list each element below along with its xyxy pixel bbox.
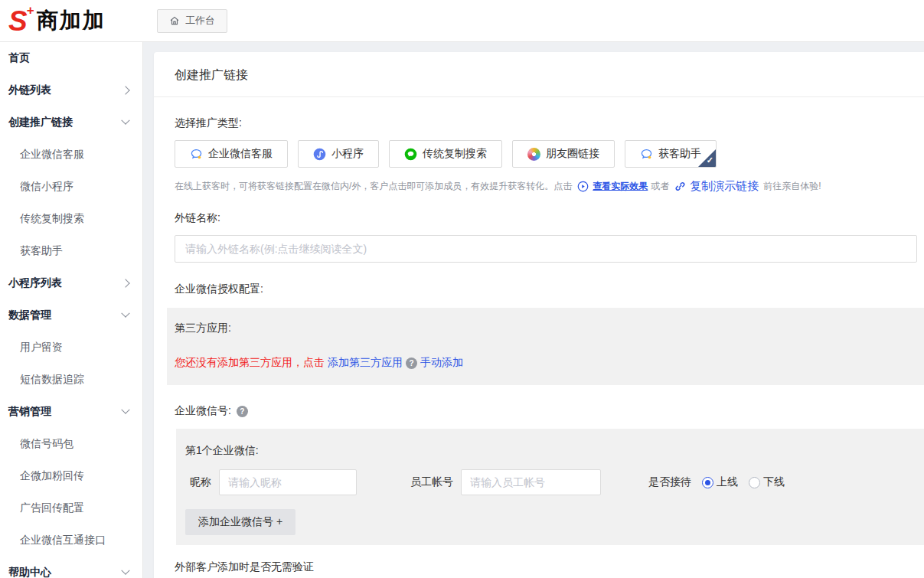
sidebar-item-marketing-management[interactable]: 营销管理	[0, 396, 142, 428]
miniprogram-icon	[313, 148, 326, 161]
chevron-right-icon	[121, 279, 129, 287]
home-icon	[169, 15, 180, 26]
radio-offline[interactable]	[749, 477, 760, 488]
nickname-label: 昵称	[190, 475, 211, 489]
radio-offline-label[interactable]: 下线	[763, 475, 785, 489]
sidebar-item-wechat-miniprogram[interactable]: 微信小程序	[0, 171, 142, 203]
create-promo-link-card: 创建推广链接 选择推广类型: 企业微信客服 小程序	[154, 52, 924, 578]
wecom-group-title: 第1个企业微信:	[185, 444, 924, 458]
third-party-app-section: 第三方应用: 您还没有添加第三方应用，点击 添加第三方应用 ? 手动添加	[167, 308, 924, 385]
promo-type-customer-assistant-button[interactable]: 获客助手 ✓	[625, 140, 717, 168]
sidebar-item-link-list[interactable]: 外链列表	[0, 74, 142, 106]
promo-type-label: 选择推广类型:	[175, 116, 924, 130]
reception-label: 是否接待	[648, 475, 691, 489]
wecom-auth-config-label: 企业微信授权配置:	[175, 282, 924, 296]
brand-logo-s-icon: S+	[8, 7, 28, 35]
wecom-form-row: 昵称 员工帐号 是否接待 上线 下线	[185, 469, 924, 495]
assistant-chat-icon	[640, 148, 653, 161]
promo-type-label: 传统复制搜索	[423, 147, 487, 161]
workspace-tab-label: 工作台	[185, 14, 215, 28]
help-question-icon[interactable]: ?	[406, 358, 417, 369]
sidebar-item-copy-search[interactable]: 传统复制搜索	[0, 203, 142, 235]
hint-text-or: 或者	[651, 180, 669, 193]
promo-type-label: 小程序	[331, 147, 364, 161]
account-label: 员工帐号	[410, 475, 453, 489]
account-input[interactable]	[461, 469, 601, 495]
radio-online-label[interactable]: 上线	[717, 475, 738, 489]
third-party-app-label: 第三方应用:	[175, 322, 924, 335]
check-icon: ✓	[707, 156, 716, 167]
sidebar-item-wecom-interop-api[interactable]: 企业微信互通接口	[0, 524, 142, 557]
promo-type-wecom-service-button[interactable]: 企业微信客服	[175, 140, 288, 168]
view-demo-link[interactable]: 查看实际效果	[593, 180, 648, 193]
copy-demo-link[interactable]: 复制演示链接	[690, 179, 759, 194]
promo-type-buttons: 企业微信客服 小程序 传统复制搜索 朋友圈链接	[175, 140, 924, 168]
sidebar-item-help-center[interactable]: 帮助中心	[0, 557, 142, 578]
sidebar-item-home[interactable]: 首页	[0, 42, 142, 74]
add-wecom-account-button[interactable]: 添加企业微信号 +	[185, 509, 295, 535]
topbar: S+ 商加加 工作台	[0, 0, 924, 42]
promo-type-label: 企业微信客服	[208, 147, 273, 161]
sidebar-item-data-management[interactable]: 数据管理	[0, 299, 142, 331]
verify-question-label: 外部客户添加时是否无需验证	[175, 560, 924, 574]
add-third-party-app-link[interactable]: 添加第三方应用	[328, 356, 403, 370]
sidebar: 首页 外链列表 创建推广链接 企业微信客服 微信小程序 传统复制搜索 获客助手 …	[0, 42, 143, 578]
sidebar-item-customer-assistant[interactable]: 获客助手	[0, 235, 142, 267]
warning-text: 您还没有添加第三方应用，点击	[175, 356, 325, 370]
workspace-tab[interactable]: 工作台	[157, 9, 227, 33]
link-name-label: 外链名称:	[175, 211, 924, 225]
sidebar-item-miniprogram-list[interactable]: 小程序列表	[0, 267, 142, 299]
hint-text-after: 前往亲自体验!	[763, 180, 821, 193]
manual-add-link[interactable]: 手动添加	[420, 356, 463, 370]
link-chain-icon[interactable]	[674, 181, 686, 192]
sidebar-item-wecom-service[interactable]: 企业微信客服	[0, 139, 142, 171]
link-name-input[interactable]	[175, 235, 917, 263]
chevron-down-icon	[121, 567, 129, 575]
brand-logo-text: 商加加	[37, 6, 106, 35]
wecom-account-label: 企业微信号: ?	[175, 404, 924, 418]
sidebar-item-sms-tracking[interactable]: 短信数据追踪	[0, 364, 142, 396]
hint-text: 在线上获客时，可将获客链接配置在微信内/外，客户点击即可添加成员，有效提升获客转…	[175, 180, 572, 193]
main-content: 创建推广链接 选择推广类型: 企业微信客服 小程序	[143, 42, 924, 578]
page-title: 创建推广链接	[154, 52, 924, 97]
chevron-right-icon	[121, 86, 129, 94]
chevron-down-icon	[121, 116, 129, 125]
promo-hint: 在线上获客时，可将获客链接配置在微信内/外，客户点击即可添加成员，有效提升获客转…	[175, 179, 924, 194]
sidebar-item-wecom-fans-callback[interactable]: 企微加粉回传	[0, 460, 142, 492]
promo-type-moments-link-button[interactable]: 朋友圈链接	[512, 140, 615, 168]
promo-type-label: 获客助手	[658, 147, 701, 161]
wecom-account-section: 第1个企业微信: 昵称 员工帐号 是否接待 上线 下线 添加企业微信号 +	[176, 429, 924, 545]
sidebar-item-ad-callback-config[interactable]: 广告回传配置	[0, 492, 142, 524]
play-circle-icon[interactable]	[577, 181, 589, 192]
chevron-down-icon	[121, 309, 129, 318]
radio-dot	[752, 480, 757, 485]
promo-type-miniprogram-button[interactable]: 小程序	[298, 140, 379, 168]
sidebar-item-user-retention[interactable]: 用户留资	[0, 331, 142, 364]
moments-icon	[527, 148, 540, 161]
radio-dot	[705, 480, 710, 485]
sidebar-item-create-promo-link[interactable]: 创建推广链接	[0, 106, 142, 139]
qw-chat-icon	[190, 148, 203, 161]
brand-logo[interactable]: S+ 商加加	[0, 6, 143, 35]
wechat-icon	[404, 148, 417, 161]
nickname-input[interactable]	[219, 469, 357, 495]
chevron-down-icon	[121, 406, 129, 414]
help-question-icon[interactable]: ?	[237, 406, 248, 417]
sidebar-item-wechat-number-pack[interactable]: 微信号码包	[0, 428, 142, 460]
promo-type-copy-search-button[interactable]: 传统复制搜索	[389, 140, 502, 168]
radio-online[interactable]	[702, 477, 713, 488]
third-party-warning: 您还没有添加第三方应用，点击 添加第三方应用 ? 手动添加	[175, 356, 924, 370]
promo-type-label: 朋友圈链接	[546, 147, 599, 161]
brand-logo-plus-icon: +	[27, 4, 34, 17]
